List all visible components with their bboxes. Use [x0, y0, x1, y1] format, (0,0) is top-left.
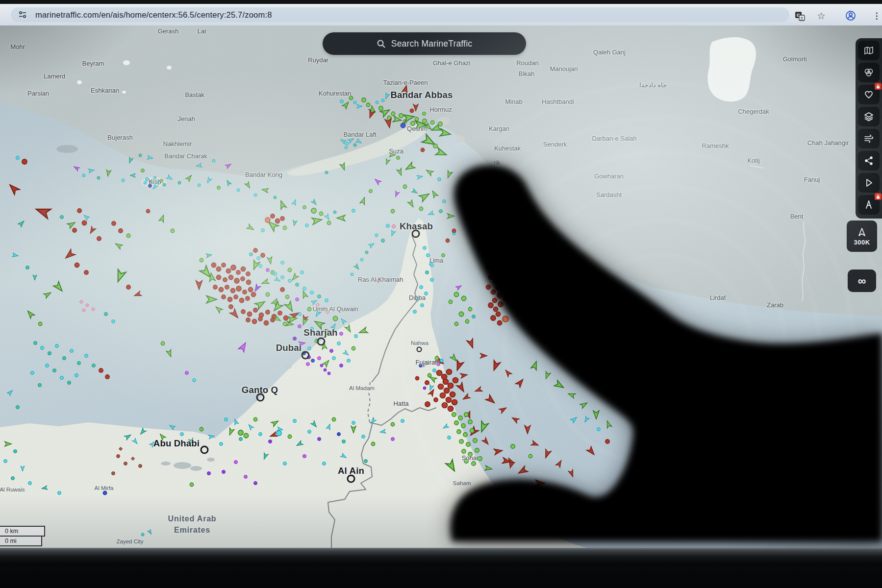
vessel-marker[interactable] — [318, 357, 321, 360]
vessel-marker[interactable] — [288, 268, 292, 272]
vessel-marker[interactable] — [298, 325, 302, 328]
vessel-marker[interactable] — [403, 185, 407, 189]
vessel-marker[interactable] — [198, 184, 201, 187]
vessel-marker[interactable] — [605, 440, 610, 444]
vessel-marker[interactable] — [493, 278, 498, 283]
kebab-menu-icon[interactable]: ⋮ — [870, 9, 882, 22]
vessel-marker[interactable] — [77, 362, 81, 365]
vessel-marker[interactable] — [376, 101, 378, 104]
vessel-marker[interactable] — [498, 302, 503, 307]
vessel-marker[interactable] — [77, 209, 82, 213]
vessel-marker[interactable] — [178, 181, 181, 184]
map-canvas[interactable] — [0, 0, 882, 588]
vessel-marker[interactable] — [325, 299, 328, 302]
vessel-marker[interactable] — [303, 206, 306, 209]
vessel-marker[interactable] — [379, 106, 383, 111]
vessel-marker[interactable] — [496, 312, 500, 316]
vessel-marker[interactable] — [4, 460, 7, 463]
vessel-marker[interactable] — [296, 283, 299, 287]
vessel-marker[interactable] — [340, 100, 344, 103]
vessel-marker[interactable] — [163, 183, 166, 186]
vessel-marker[interactable] — [464, 413, 469, 417]
vessel-marker[interactable] — [254, 194, 257, 196]
vessel-marker[interactable] — [446, 369, 452, 374]
vessel-marker[interactable] — [219, 287, 223, 292]
vessel-marker[interactable] — [278, 311, 282, 316]
vessel-marker[interactable] — [311, 359, 315, 363]
map-style-button[interactable] — [858, 41, 880, 60]
vessel-marker[interactable] — [333, 211, 336, 214]
vessel-marker[interactable] — [454, 292, 458, 296]
vessel-marker[interactable] — [498, 273, 503, 278]
vessel-marker[interactable] — [16, 406, 20, 409]
vessel-marker[interactable] — [288, 279, 292, 283]
vessel-marker[interactable] — [597, 428, 601, 431]
vessel-marker[interactable] — [228, 275, 233, 279]
vessel-marker[interactable] — [222, 263, 226, 268]
vessel-marker[interactable] — [430, 121, 434, 124]
vessel-marker[interactable] — [253, 248, 258, 253]
vessel-marker[interactable] — [501, 267, 505, 271]
vessel-marker[interactable] — [340, 364, 343, 368]
vessel-marker[interactable] — [463, 433, 468, 437]
vessel-marker[interactable] — [375, 234, 378, 237]
vessel-marker[interactable] — [246, 280, 251, 284]
vessel-marker[interactable] — [353, 144, 356, 147]
vessel-marker[interactable] — [448, 436, 451, 440]
vessel-marker[interactable] — [325, 171, 328, 174]
vessel-marker[interactable] — [307, 307, 311, 311]
vessel-marker[interactable] — [511, 444, 515, 449]
vessel-marker[interactable] — [180, 433, 184, 436]
vessel-marker[interactable] — [397, 156, 400, 160]
vessel-marker[interactable] — [283, 226, 287, 230]
vessel-marker[interactable] — [58, 491, 61, 495]
vessel-marker[interactable] — [216, 275, 221, 279]
vessel-marker[interactable] — [328, 372, 330, 375]
vessel-marker[interactable] — [453, 377, 458, 383]
vessel-marker[interactable] — [391, 438, 395, 441]
vessel-marker[interactable] — [433, 144, 438, 148]
vessel-marker[interactable] — [238, 430, 243, 435]
vessel-marker[interactable] — [257, 257, 260, 260]
vessel-marker[interactable] — [310, 327, 314, 331]
vessel-marker[interactable] — [247, 312, 252, 316]
vessel-marker[interactable] — [11, 477, 15, 480]
vessel-marker[interactable] — [327, 221, 331, 225]
vessel-marker[interactable] — [454, 421, 459, 425]
vessel-marker[interactable] — [230, 288, 235, 293]
vessel-marker[interactable] — [193, 379, 196, 382]
vessel-marker[interactable] — [271, 318, 275, 322]
vessel-marker[interactable] — [386, 224, 390, 228]
vessel-marker[interactable] — [92, 364, 96, 368]
vessel-marker[interactable] — [391, 422, 395, 426]
vessel-marker[interactable] — [353, 101, 356, 104]
vessel-marker[interactable] — [225, 418, 228, 421]
vessel-marker[interactable] — [84, 270, 89, 275]
vessel-marker[interactable] — [288, 435, 292, 439]
vessel-marker[interactable] — [492, 298, 497, 302]
vessel-marker[interactable] — [160, 179, 163, 183]
vessel-marker[interactable] — [82, 174, 85, 177]
vessel-marker[interactable] — [14, 450, 17, 453]
site-settings-icon[interactable] — [18, 10, 27, 20]
vessel-marker[interactable] — [259, 433, 262, 436]
vessel-marker[interactable] — [112, 320, 115, 323]
vessel-marker[interactable] — [465, 319, 469, 323]
vessel-marker[interactable] — [251, 292, 255, 296]
vessel-marker[interactable] — [324, 368, 327, 371]
vessel-marker[interactable] — [63, 357, 66, 360]
vessel-marker[interactable] — [41, 346, 44, 350]
weather-button[interactable] — [858, 129, 880, 148]
vessel-marker[interactable] — [364, 460, 368, 463]
vessel-marker[interactable] — [283, 462, 287, 466]
vessel-marker[interactable] — [26, 266, 29, 270]
vessel-marker[interactable] — [223, 278, 227, 282]
vessel-marker[interactable] — [16, 156, 20, 160]
url-bar[interactable]: marinetraffic.com/en/ais/home/centerx:56… — [11, 7, 789, 22]
vessel-marker[interactable] — [419, 364, 423, 368]
vessel-marker[interactable] — [157, 181, 160, 185]
vessel-marker[interactable] — [85, 354, 88, 358]
vessel-marker[interactable] — [277, 431, 281, 436]
vessel-marker[interactable] — [171, 229, 175, 233]
bookmark-star-icon[interactable]: ☆ — [815, 9, 828, 22]
